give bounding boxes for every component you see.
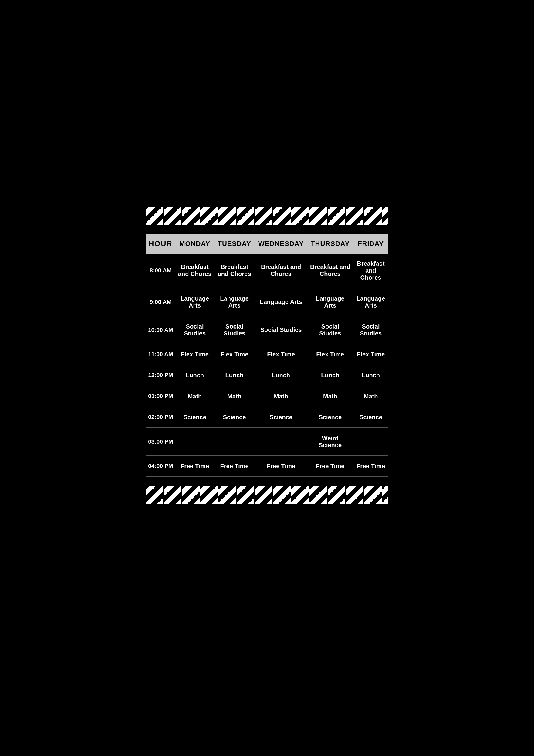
- stripe-segment: [291, 207, 310, 225]
- stripe-segment: [182, 486, 200, 504]
- activity-cell-monday: [176, 428, 214, 456]
- activity-cell-wednesday: Language Arts: [255, 288, 307, 316]
- stripe-segment: [364, 207, 382, 225]
- stripe-segment: [310, 207, 328, 225]
- table-row: 02:00 PMScienceScienceScienceScienceScie…: [146, 407, 388, 428]
- table-row: 12:00 PMLunchLunchLunchLunchLunch: [146, 365, 388, 386]
- activity-cell-tuesday: [214, 428, 255, 456]
- timetable-wrapper: HOURMONDAYTUESDAYWEDNESDAYTHURSDAYFRIDAY…: [146, 234, 388, 477]
- table-header: HOURMONDAYTUESDAYWEDNESDAYTHURSDAYFRIDAY: [146, 234, 388, 254]
- activity-cell-friday: Flex Time: [353, 344, 388, 365]
- table-row: 04:00 PMFree TimeFree TimeFree TimeFree …: [146, 456, 388, 477]
- activity-cell-monday: Lunch: [176, 365, 214, 386]
- hour-cell: 10:00 AM: [146, 316, 176, 344]
- activity-cell-friday: Lunch: [353, 365, 388, 386]
- bottom-stripes-inner: [146, 486, 388, 504]
- activity-cell-thursday: Weird Science: [307, 428, 353, 456]
- column-header-thursday: THURSDAY: [307, 234, 353, 254]
- activity-cell-friday: Free Time: [353, 456, 388, 477]
- stripe-segment: [218, 207, 237, 225]
- stripe-segment: [273, 486, 291, 504]
- activity-cell-tuesday: Science: [214, 407, 255, 428]
- hour-cell: 11:00 AM: [146, 344, 176, 365]
- activity-cell-thursday: Science: [307, 407, 353, 428]
- activity-cell-monday: Free Time: [176, 456, 214, 477]
- activity-cell-thursday: Social Studies: [307, 316, 353, 344]
- activity-cell-thursday: Math: [307, 386, 353, 407]
- stripe-segment: [382, 207, 388, 225]
- stripe-segment: [237, 207, 255, 225]
- activity-cell-monday: Breakfast and Chores: [176, 254, 214, 288]
- stripe-segment: [273, 207, 291, 225]
- table-row: 10:00 AMSocial StudiesSocial StudiesSoci…: [146, 316, 388, 344]
- stripe-segment: [346, 207, 364, 225]
- stripe-segment: [255, 486, 273, 504]
- activity-cell-thursday: Flex Time: [307, 344, 353, 365]
- activity-cell-thursday: Language Arts: [307, 288, 353, 316]
- activity-cell-monday: Math: [176, 386, 214, 407]
- table-row: 11:00 AMFlex TimeFlex TimeFlex TimeFlex …: [146, 344, 388, 365]
- table-row: 9:00 AMLanguage ArtsLanguage ArtsLanguag…: [146, 288, 388, 316]
- activity-cell-monday: Flex Time: [176, 344, 214, 365]
- top-stripe-band: [146, 207, 388, 225]
- stripe-segment: [364, 486, 382, 504]
- activity-cell-tuesday: Breakfast and Chores: [214, 254, 255, 288]
- stripe-segment: [146, 207, 164, 225]
- activity-cell-wednesday: Flex Time: [255, 344, 307, 365]
- activity-cell-monday: Language Arts: [176, 288, 214, 316]
- activity-cell-wednesday: Breakfast and Chores: [255, 254, 307, 288]
- activity-cell-wednesday: [255, 428, 307, 456]
- stripe-segment: [328, 486, 346, 504]
- top-stripes-inner: [146, 207, 388, 225]
- activity-cell-friday: Social Studies: [353, 316, 388, 344]
- activity-cell-tuesday: Free Time: [214, 456, 255, 477]
- activity-cell-thursday: Lunch: [307, 365, 353, 386]
- stripe-segment: [382, 486, 388, 504]
- activity-cell-monday: Social Studies: [176, 316, 214, 344]
- stripe-segment: [164, 486, 182, 504]
- activity-cell-monday: Science: [176, 407, 214, 428]
- column-header-monday: MONDAY: [176, 234, 214, 254]
- activity-cell-friday: Breakfast and Chores: [353, 254, 388, 288]
- activity-cell-wednesday: Social Studies: [255, 316, 307, 344]
- stripe-segment: [182, 207, 200, 225]
- activity-cell-tuesday: Lunch: [214, 365, 255, 386]
- stripe-segment: [146, 486, 164, 504]
- table-row: 8:00 AMBreakfast and ChoresBreakfast and…: [146, 254, 388, 288]
- activity-cell-friday: [353, 428, 388, 456]
- activity-cell-friday: Science: [353, 407, 388, 428]
- activity-cell-tuesday: Math: [214, 386, 255, 407]
- activity-cell-wednesday: Science: [255, 407, 307, 428]
- activity-cell-friday: Math: [353, 386, 388, 407]
- stripe-segment: [200, 207, 218, 225]
- activity-cell-wednesday: Math: [255, 386, 307, 407]
- stripe-segment: [310, 486, 328, 504]
- hour-cell: 04:00 PM: [146, 456, 176, 477]
- activity-cell-thursday: Breakfast and Chores: [307, 254, 353, 288]
- stripe-segment: [200, 486, 218, 504]
- table-body: 8:00 AMBreakfast and ChoresBreakfast and…: [146, 254, 388, 477]
- column-header-tuesday: TUESDAY: [214, 234, 255, 254]
- stripe-segment: [218, 486, 237, 504]
- stripe-segment: [237, 486, 255, 504]
- stripe-segment: [346, 486, 364, 504]
- column-header-wednesday: WEDNESDAY: [255, 234, 307, 254]
- table-row: 03:00 PMWeird Science: [146, 428, 388, 456]
- hour-cell: 01:00 PM: [146, 386, 176, 407]
- bottom-stripe-band: [146, 486, 388, 504]
- activity-cell-tuesday: Social Studies: [214, 316, 255, 344]
- hour-cell: 02:00 PM: [146, 407, 176, 428]
- column-header-hour: HOUR: [146, 234, 176, 254]
- timetable: HOURMONDAYTUESDAYWEDNESDAYTHURSDAYFRIDAY…: [146, 234, 388, 477]
- activity-cell-tuesday: Language Arts: [214, 288, 255, 316]
- hour-cell: 12:00 PM: [146, 365, 176, 386]
- stripe-segment: [328, 207, 346, 225]
- hour-cell: 03:00 PM: [146, 428, 176, 456]
- stripe-segment: [291, 486, 310, 504]
- stripe-segment: [164, 207, 182, 225]
- activity-cell-wednesday: Lunch: [255, 365, 307, 386]
- hour-cell: 8:00 AM: [146, 254, 176, 288]
- table-row: 01:00 PMMathMathMathMathMath: [146, 386, 388, 407]
- stripe-segment: [255, 207, 273, 225]
- activity-cell-thursday: Free Time: [307, 456, 353, 477]
